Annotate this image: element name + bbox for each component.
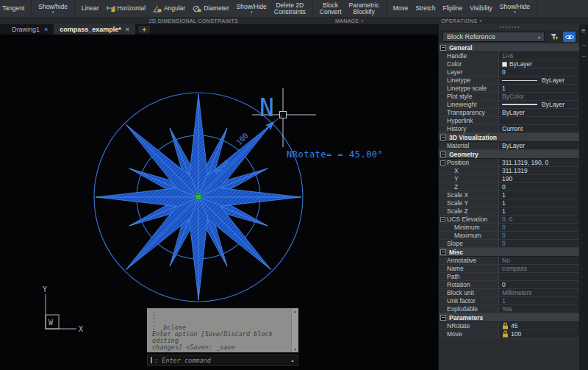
grip-point[interactable] <box>196 195 201 200</box>
close-icon[interactable]: × <box>44 26 48 33</box>
file-tab-bar: Drawing1×compass_example*×+ <box>0 24 438 35</box>
section-header-parameters[interactable]: −Parameters <box>439 313 579 322</box>
group-chevron-icon: ▾ <box>480 18 482 23</box>
property-value[interactable]: ByLayer <box>498 60 579 68</box>
ribbon-button-block-convert[interactable]: Block Convert <box>320 2 342 15</box>
property-value[interactable]: 0 <box>498 281 579 288</box>
angular-constraint-icon <box>153 5 162 13</box>
section-header-geometry[interactable]: −Geometry <box>439 150 579 159</box>
ribbon-group-label <box>0 17 31 24</box>
scrollbar-track[interactable] <box>292 314 298 346</box>
property-value[interactable]: 311.1319 <box>498 167 579 174</box>
ribbon-button-delete-2d-constraints[interactable]: Delete 2D Constraints <box>274 2 306 15</box>
property-value[interactable]: Current <box>498 125 579 132</box>
ribbon-button-show-hide[interactable]: Show/Hide▾ <box>500 4 530 13</box>
scroll-up-icon[interactable]: ▲ <box>293 308 297 314</box>
property-value[interactable]: ByLayer <box>498 77 579 84</box>
property-value[interactable]: 1 <box>498 199 579 207</box>
property-value[interactable]: ByLayer <box>498 109 579 116</box>
dropdown-caret-icon: ▾ <box>251 10 253 13</box>
row-gutter: − <box>439 159 447 166</box>
section-header-misc[interactable]: −Misc <box>439 248 579 257</box>
ribbon-button-flipline[interactable]: Flipline <box>442 5 462 12</box>
ribbon-button-diameter[interactable]: Diameter <box>193 5 229 13</box>
property-value[interactable]: 311.1319, 190, 0 <box>498 159 579 166</box>
section-header-general[interactable]: −General <box>439 43 579 52</box>
command-prompt[interactable]: : Enter command <box>154 357 288 364</box>
property-value[interactable]: 1 <box>498 207 579 215</box>
toggle-pickadd-button[interactable] <box>563 32 576 42</box>
property-value-text: 190 <box>502 175 512 182</box>
ribbon-button-show-hide[interactable]: Show/hide▾ <box>38 4 68 13</box>
ribbon-button-content: Tangent <box>2 5 24 12</box>
property-label: Linetype scale <box>447 85 498 92</box>
property-label: Scale Z <box>447 207 498 215</box>
property-row-color: ColorByLayer <box>439 60 579 68</box>
property-value[interactable]: 100 <box>498 330 579 338</box>
ribbon-button-move[interactable]: Move <box>393 5 409 12</box>
row-gutter <box>439 240 447 247</box>
ribbon-button-label: Stretch <box>415 5 435 12</box>
command-history-line: : <box>152 352 290 352</box>
quick-select-filter-button[interactable] <box>548 32 560 42</box>
property-value-text: ByLayer <box>509 60 532 68</box>
property-row-ucs-elevation: −UCS Elevation0, 0 <box>439 216 579 224</box>
ribbon-button-parametric-blockify[interactable]: Parametric Blockify <box>349 2 379 15</box>
ribbon-button-stretch[interactable]: Stretch <box>415 5 435 12</box>
property-row-linetype: LinetypeByLayer <box>439 77 579 85</box>
new-tab-button[interactable]: + <box>138 26 150 33</box>
property-value[interactable]: 1 <box>498 191 579 199</box>
drawing-canvas[interactable]: Y X W N NRotate= = 45.00° 100 Move ::: _… <box>0 35 438 370</box>
ribbon-group-label[interactable]: MANAGE▾ <box>313 17 386 24</box>
object-type-dropdown[interactable]: Block Reference ▾ <box>442 32 545 42</box>
property-label: Layer <box>447 68 498 76</box>
palette-grab-handle[interactable] <box>439 24 579 30</box>
collapse-icon[interactable]: − <box>440 135 446 140</box>
ribbon-group-label[interactable]: OPERATIONS▾ <box>387 17 537 24</box>
file-tab-drawing1[interactable]: Drawing1× <box>6 24 54 35</box>
chevron-down-icon: ▾ <box>538 35 540 40</box>
ribbon-button-tangent[interactable]: Tangent <box>2 5 24 12</box>
ribbon-button-angular[interactable]: Angular <box>153 5 185 13</box>
ribbon-button-horizontal[interactable]: Horizontal <box>107 5 146 13</box>
property-value[interactable]: 0 <box>498 68 579 76</box>
property-value[interactable]: 190 <box>498 175 579 182</box>
expand-icon[interactable]: − <box>440 217 445 222</box>
section-title: 3D Visualization <box>449 134 497 141</box>
menu-icon[interactable]: ≡ <box>581 27 586 35</box>
ribbon-button-content: Move <box>393 5 409 12</box>
collapse-icon[interactable]: − <box>440 249 446 255</box>
lock-icon <box>502 322 509 330</box>
collapse-icon[interactable]: − <box>440 315 446 321</box>
ribbon-button-content: Block Convert <box>320 2 342 15</box>
scroll-down-icon[interactable]: ▼ <box>293 346 297 352</box>
command-history-scrollbar[interactable]: ▲ ▼ <box>291 308 298 352</box>
property-value-text: 311.1319 <box>502 167 528 174</box>
property-value[interactable] <box>498 117 579 124</box>
expand-icon[interactable]: − <box>440 160 445 166</box>
ribbon-group-label: 2D DIMENSIONAL CONSTRAINTS <box>75 17 312 24</box>
property-value[interactable]: 0 <box>498 183 579 191</box>
property-value[interactable]: 1 <box>498 85 579 92</box>
collapse-icon[interactable]: − <box>440 152 446 157</box>
file-tab-compass-example[interactable]: compass_example*× <box>54 24 135 35</box>
property-value-text: 311.1319, 190, 0 <box>502 159 548 166</box>
property-value[interactable]: ByLayer <box>498 101 579 108</box>
property-value[interactable]: ByLayer <box>498 142 579 149</box>
property-value[interactable] <box>498 273 579 280</box>
property-row-name: Namecompass <box>439 265 579 273</box>
property-value[interactable]: 45 <box>498 322 579 330</box>
property-label: Transparency <box>447 109 498 116</box>
ribbon-button-linear[interactable]: Linear <box>82 5 99 12</box>
property-label: Plot style <box>447 93 498 100</box>
ribbon-button-show-hide[interactable]: Show/Hide▾ <box>237 4 267 13</box>
close-icon[interactable]: × <box>126 26 129 33</box>
ribbon-button-label: Block Convert <box>320 2 342 15</box>
history-toggle-icon[interactable]: ▲ <box>290 358 295 363</box>
ribbon-button-visibility[interactable]: Visibility <box>470 5 492 12</box>
property-row-transparency: TransparencyByLayer <box>439 109 579 117</box>
section-header-3d-visualization[interactable]: −3D Visualization <box>439 133 579 142</box>
property-label: Scale Y <box>447 199 498 207</box>
collapse-icon[interactable]: − <box>440 45 446 51</box>
command-input-bar[interactable]: : Enter command ▲ <box>147 355 298 366</box>
